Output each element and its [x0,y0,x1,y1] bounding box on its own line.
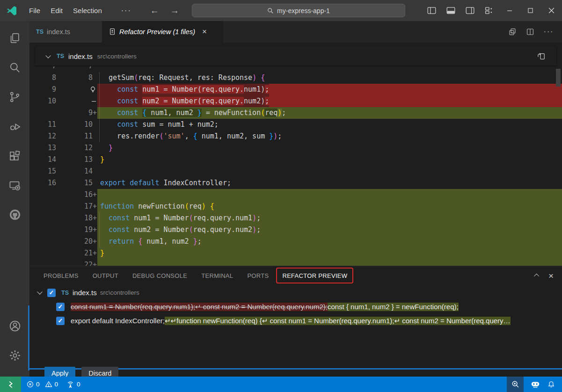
toggle-secondary-sidebar-icon[interactable] [460,6,480,15]
github-icon[interactable] [0,203,29,227]
diff-file-header[interactable]: TS index.ts src\controllers [35,47,556,65]
diff-header-path: src\controllers [97,53,137,60]
explorer-icon[interactable] [0,26,29,50]
file-checkbox[interactable]: ✓ [47,289,56,297]
tree-change-row[interactable]: ✓ export default IndexController;↵↵funct… [29,314,562,327]
goto-file-icon[interactable] [537,51,546,61]
panel-tab-terminal[interactable]: TERMINAL [201,272,233,279]
panel-tab-output[interactable]: OUTPUT [93,272,118,279]
code-line-content: export default IndexController; [97,177,562,189]
new-line-number: 8 [56,72,97,84]
tab-refactor-preview[interactable]: Refactor Preview (1 files) × [102,21,224,43]
panel-maximize-icon[interactable] [534,274,539,279]
tab-close-icon[interactable]: × [202,27,207,36]
tree-file-row[interactable]: ✓ TS index.ts src\controllers [29,286,562,299]
menu-file[interactable]: File [24,7,45,15]
old-line-number: 14 [29,154,56,166]
activity-bar [0,21,29,377]
search-view-icon[interactable] [0,55,29,80]
window-close-button[interactable] [541,0,562,21]
ports-status[interactable]: 0 [66,380,80,388]
old-line-number: 10 [29,95,56,107]
refactor-preview-file-icon [109,28,116,36]
code-line-content [97,189,562,201]
ports-count: 0 [77,381,80,388]
code-line: 1211 res.render('sum', { num1, num2, sum… [29,131,562,142]
new-line-number: 19+ [56,224,97,236]
added-code-text: ↵↵function newFunction(req) {↵ const num… [165,317,511,325]
code-line: 1312 } [29,142,562,154]
customize-layout-icon[interactable] [480,6,499,15]
diff-editor[interactable]: 7788 getSum(req: Request, res: Response)… [29,66,562,266]
settings-gear-icon[interactable] [0,343,29,368]
window-minimize-button[interactable] [499,0,520,21]
panel-tab-ports[interactable]: PORTS [247,272,269,279]
menu-overflow-icon[interactable]: ··· [107,7,145,15]
accounts-icon[interactable] [0,314,29,338]
new-line-number: 16+ [56,189,97,201]
chevron-down-icon[interactable] [37,289,42,294]
window-maximize-button[interactable] [520,0,541,21]
new-line-number: 20+ [56,236,97,247]
checkbox-check-icon: ✓ [58,317,63,324]
remote-indicator[interactable] [0,377,21,392]
menu-edit[interactable]: Edit [45,7,68,15]
chevron-down-icon[interactable] [45,53,51,58]
code-line-content: return { num1, num2 }; [97,236,562,247]
tab-index-ts[interactable]: TS index.ts [29,21,102,43]
change-checkbox[interactable]: ✓ [56,303,65,311]
search-icon [267,7,274,14]
zoom-status-item[interactable] [507,377,524,392]
panel-tab-debug-console[interactable]: DEBUG CONSOLE [132,272,187,279]
old-line-number [29,247,56,259]
split-editor-icon[interactable] [526,28,534,36]
code-line: 88 getSum(req: Request, res: Response) { [29,72,562,84]
panel-close-icon[interactable]: × [548,271,554,280]
old-line-number: 12 [29,131,56,142]
panel-focus-border-left [28,305,29,370]
toggle-primary-sidebar-icon[interactable] [422,6,441,15]
code-line-content [97,166,562,177]
search-value: my-express-app-1 [277,7,330,15]
remote-explorer-icon[interactable] [0,173,29,197]
restore-editors-icon[interactable] [508,28,517,36]
code-line-content: } [97,154,562,166]
run-debug-icon[interactable] [0,114,29,138]
old-line-number: 7 [29,66,56,72]
checkbox-check-icon: ✓ [49,289,54,296]
problems-status[interactable]: 0 0 [27,381,58,388]
more-actions-icon[interactable]: ··· [544,27,554,36]
code-line: 10– const num2 = Number(req.query.num2); [29,95,562,107]
copilot-icon[interactable] [527,377,543,392]
extensions-icon[interactable] [0,144,29,168]
lightbulb-gutter[interactable] [56,84,97,95]
nav-forward-icon[interactable]: → [165,6,185,16]
code-line: 1615export default IndexController; [29,177,562,189]
change-checkbox[interactable]: ✓ [56,317,65,325]
old-line-number: 8 [29,72,56,84]
panel-tab-problems[interactable]: PROBLEMS [44,272,79,279]
warning-icon [45,381,52,388]
code-line-content: const sum = num1 + num2; [97,119,562,131]
typescript-file-icon: TS [61,290,69,296]
toggle-panel-icon[interactable] [441,6,460,15]
new-line-number: 11 [56,131,97,142]
code-line-content: } [97,247,562,259]
menu-selection[interactable]: Selection [68,7,107,15]
code-line-content: } [97,142,562,154]
source-control-icon[interactable] [0,85,29,109]
code-line: 77 [29,66,562,72]
new-line-number: 10 [56,119,97,131]
broadcast-icon [66,380,74,388]
editor-scrollbar-thumb[interactable] [556,69,561,87]
notifications-bell-icon[interactable] [543,377,559,392]
warning-count: 0 [55,381,58,388]
tab-label: index.ts [47,28,70,36]
nav-back-icon[interactable]: ← [145,6,165,16]
code-line-content: const num1 = Number(req.query.num1); [97,84,562,95]
tree-change-row[interactable]: ✓ const num1 = Number(req.query.num1);↵ … [29,300,562,313]
panel-tab-refactor-preview[interactable]: REFACTOR PREVIEW [282,272,347,279]
command-center-search[interactable]: my-express-app-1 [192,4,405,17]
new-line-number: – [56,95,97,107]
old-line-number [29,236,56,247]
